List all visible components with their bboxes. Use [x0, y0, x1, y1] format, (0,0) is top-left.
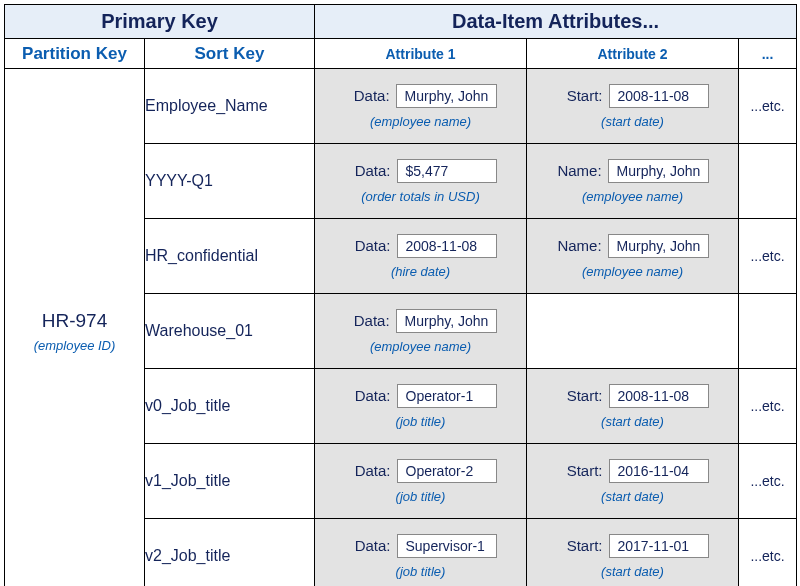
sort-key-cell: v0_Job_title — [145, 369, 315, 444]
header-partition-key: Partition Key — [5, 39, 145, 69]
sort-key-cell: Warehouse_01 — [145, 294, 315, 369]
attribute-value: Murphy, John — [608, 159, 710, 183]
attribute-2-cell: Name:Murphy, John(employee name) — [527, 144, 739, 219]
attribute-row: Data:Supervisor-1 — [315, 534, 526, 558]
etc-cell: ...etc. — [739, 69, 797, 144]
etc-cell: ...etc. — [739, 369, 797, 444]
attribute-1-cell: Data:Operator-1(job title) — [315, 369, 527, 444]
attribute-value: 2008-11-08 — [609, 84, 709, 108]
attribute-note: (start date) — [527, 564, 738, 579]
attribute-1-cell: Data:Operator-2(job title) — [315, 444, 527, 519]
attribute-row: Start:2017-11-01 — [527, 534, 738, 558]
sort-key-cell: v1_Job_title — [145, 444, 315, 519]
attribute-label: Data: — [345, 387, 391, 404]
attribute-row: Data:Operator-2 — [315, 459, 526, 483]
attribute-row: Start:2008-11-08 — [527, 84, 738, 108]
attribute-row: Start:2008-11-08 — [527, 384, 738, 408]
attribute-note: (employee name) — [315, 339, 526, 354]
attribute-note: (start date) — [527, 414, 738, 429]
schema-table: Primary Key Data-Item Attributes... Part… — [4, 4, 797, 586]
attribute-1-cell: Data:$5,477(order totals in USD) — [315, 144, 527, 219]
attribute-2-cell: Start:2008-11-08(start date) — [527, 69, 739, 144]
attribute-row: Data:Operator-1 — [315, 384, 526, 408]
attribute-note: (start date) — [527, 489, 738, 504]
attribute-1-cell: Data:Supervisor-1(job title) — [315, 519, 527, 587]
partition-key-note: (employee ID) — [5, 338, 144, 353]
header-attribute-1: Attribute 1 — [315, 39, 527, 69]
attribute-row: Name:Murphy, John — [527, 159, 738, 183]
attribute-value: Operator-1 — [397, 384, 497, 408]
attribute-value: Murphy, John — [396, 84, 498, 108]
attribute-note: (employee name) — [527, 189, 738, 204]
attribute-row: Data:Murphy, John — [315, 309, 526, 333]
attribute-value: Supervisor-1 — [397, 534, 497, 558]
attribute-note: (job title) — [315, 489, 526, 504]
table-row: HR-974(employee ID)Employee_NameData:Mur… — [5, 69, 797, 144]
etc-cell — [739, 294, 797, 369]
attribute-2-cell — [527, 294, 739, 369]
partition-key-cell: HR-974(employee ID) — [5, 69, 145, 587]
attribute-label: Data: — [345, 537, 391, 554]
attribute-value: 2008-11-08 — [609, 384, 709, 408]
attribute-row: Data:2008-11-08 — [315, 234, 526, 258]
attribute-2-cell: Name:Murphy, John(employee name) — [527, 219, 739, 294]
attribute-label: Start: — [557, 462, 603, 479]
header-data-item-attributes: Data-Item Attributes... — [315, 5, 797, 39]
attribute-label: Data: — [345, 162, 391, 179]
header-attribute-2: Attribute 2 — [527, 39, 739, 69]
attribute-row: Data:Murphy, John — [315, 84, 526, 108]
attribute-note: (employee name) — [527, 264, 738, 279]
attribute-value: $5,477 — [397, 159, 497, 183]
etc-cell — [739, 144, 797, 219]
attribute-value: 2008-11-08 — [397, 234, 497, 258]
attribute-note: (order totals in USD) — [315, 189, 526, 204]
attribute-2-cell: Start:2017-11-01(start date) — [527, 519, 739, 587]
attribute-1-cell: Data:Murphy, John(employee name) — [315, 69, 527, 144]
partition-key-value: HR-974 — [5, 310, 144, 332]
attribute-value: 2017-11-01 — [609, 534, 709, 558]
attribute-1-cell: Data:2008-11-08(hire date) — [315, 219, 527, 294]
attribute-1-cell: Data:Murphy, John(employee name) — [315, 294, 527, 369]
attribute-label: Name: — [556, 237, 602, 254]
etc-cell: ...etc. — [739, 519, 797, 587]
attribute-note: (job title) — [315, 414, 526, 429]
etc-cell: ...etc. — [739, 444, 797, 519]
header-row-1: Primary Key Data-Item Attributes... — [5, 5, 797, 39]
sort-key-cell: YYYY-Q1 — [145, 144, 315, 219]
sort-key-cell: HR_confidential — [145, 219, 315, 294]
attribute-label: Start: — [557, 537, 603, 554]
attribute-note: (job title) — [315, 564, 526, 579]
attribute-note: (hire date) — [315, 264, 526, 279]
header-sort-key: Sort Key — [145, 39, 315, 69]
attribute-label: Data: — [345, 462, 391, 479]
attribute-label: Data: — [344, 87, 390, 104]
attribute-value: Operator-2 — [397, 459, 497, 483]
attribute-2-cell: Start:2008-11-08(start date) — [527, 369, 739, 444]
attribute-note: (start date) — [527, 114, 738, 129]
header-primary-key: Primary Key — [5, 5, 315, 39]
attribute-value: Murphy, John — [396, 309, 498, 333]
attribute-note: (employee name) — [315, 114, 526, 129]
sort-key-cell: v2_Job_title — [145, 519, 315, 587]
header-more: ... — [739, 39, 797, 69]
attribute-row: Start:2016-11-04 — [527, 459, 738, 483]
attribute-label: Data: — [344, 312, 390, 329]
attribute-label: Start: — [557, 387, 603, 404]
etc-cell: ...etc. — [739, 219, 797, 294]
attribute-label: Data: — [345, 237, 391, 254]
attribute-value: Murphy, John — [608, 234, 710, 258]
attribute-row: Data:$5,477 — [315, 159, 526, 183]
attribute-row: Name:Murphy, John — [527, 234, 738, 258]
attribute-label: Start: — [557, 87, 603, 104]
sort-key-cell: Employee_Name — [145, 69, 315, 144]
attribute-value: 2016-11-04 — [609, 459, 709, 483]
attribute-2-cell: Start:2016-11-04(start date) — [527, 444, 739, 519]
attribute-label: Name: — [556, 162, 602, 179]
header-row-2: Partition Key Sort Key Attribute 1 Attri… — [5, 39, 797, 69]
